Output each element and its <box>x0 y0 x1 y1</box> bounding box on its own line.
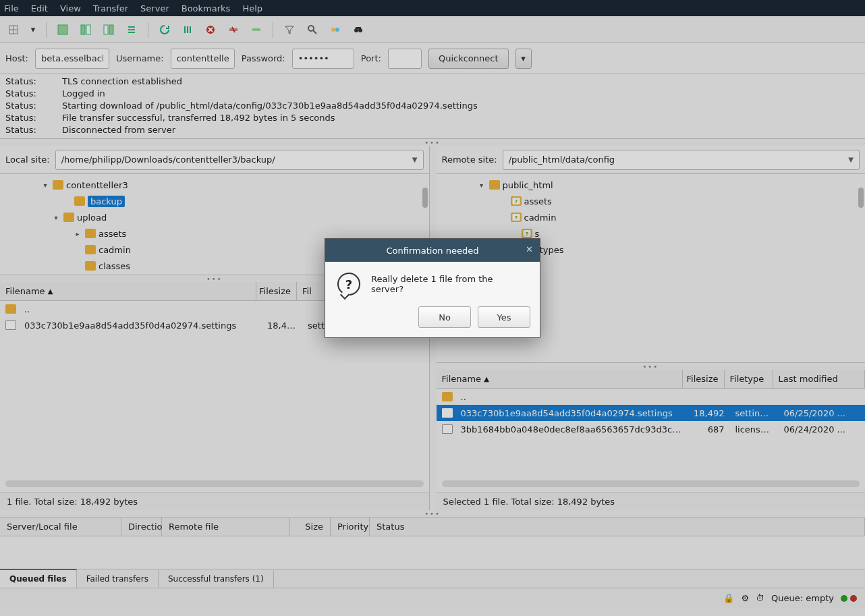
tree-item[interactable]: ▾contentteller3 <box>0 177 429 193</box>
col-direction[interactable]: Directio <box>121 517 162 536</box>
lock-icon[interactable]: 🔒 <box>723 593 734 603</box>
quickconnect-button[interactable]: Quickconnect <box>428 49 509 69</box>
menu-transfer[interactable]: Transfer <box>93 3 128 13</box>
menu-file[interactable]: File <box>4 3 19 13</box>
svg-rect-6 <box>104 25 108 34</box>
scrollbar-thumb[interactable] <box>422 188 428 208</box>
refresh-icon[interactable] <box>155 20 174 39</box>
folder-icon <box>85 229 96 238</box>
col-remote[interactable]: Remote file <box>162 517 290 536</box>
port-label: Port: <box>361 53 381 63</box>
folder-icon <box>85 245 96 254</box>
local-status: 1 file. Total size: 18,492 bytes <box>0 493 429 510</box>
question-icon: ? <box>337 273 360 296</box>
filter-icon[interactable] <box>280 20 299 39</box>
compare-icon[interactable] <box>326 20 345 39</box>
chevron-down-icon: ▼ <box>412 156 418 163</box>
scrollbar-h[interactable] <box>442 480 860 487</box>
svg-rect-4 <box>81 25 85 34</box>
expand-icon[interactable]: ▾ <box>40 181 50 189</box>
toggle-log-icon[interactable] <box>53 20 72 39</box>
cancel-icon[interactable] <box>201 20 220 39</box>
col-filesize[interactable]: Filesize <box>683 370 725 388</box>
tab-failed[interactable]: Failed transfers <box>77 570 159 588</box>
local-path-combo[interactable]: /home/philipp/Downloads/contentteller3/b… <box>55 150 424 170</box>
host-input[interactable] <box>35 49 109 69</box>
menubar: File Edit View Transfer Server Bookmarks… <box>0 0 865 16</box>
parent-dir-row[interactable]: .. <box>437 389 866 405</box>
col-status[interactable]: Status <box>370 517 865 536</box>
splitter-transfers[interactable] <box>0 510 865 517</box>
toggle-queue-icon[interactable] <box>122 20 141 39</box>
tree-item[interactable]: ▾upload <box>0 209 429 225</box>
col-filename[interactable]: Filename▲ <box>0 282 256 300</box>
file-row-selected[interactable]: 033c730b1e9aa8d54add35f0d4a02974.setting… <box>437 405 866 421</box>
svg-rect-5 <box>86 25 90 34</box>
tree-item[interactable]: ▾public_html <box>437 177 866 193</box>
password-input[interactable] <box>292 49 354 69</box>
col-filetype[interactable]: Filetype <box>725 370 773 388</box>
folder-icon <box>489 180 500 190</box>
yes-button[interactable]: Yes <box>478 306 530 328</box>
local-path: /home/philipp/Downloads/contentteller3/b… <box>61 155 275 165</box>
file-icon <box>442 408 453 418</box>
col-modified[interactable]: Last modified <box>773 370 866 388</box>
col-server-local[interactable]: Server/Local file <box>0 517 121 536</box>
file-row[interactable]: 3bb1684bb0a048e0dec8ef8aa6563657dc93d3cc… <box>437 421 866 437</box>
expand-icon[interactable]: ▾ <box>51 214 61 221</box>
scrollbar-h[interactable] <box>5 480 424 487</box>
menu-help[interactable]: Help <box>242 3 262 13</box>
splitter-log[interactable] <box>0 139 865 146</box>
process-queue-icon[interactable] <box>178 20 197 39</box>
close-icon[interactable]: ✕ <box>526 244 533 254</box>
menu-bookmarks[interactable]: Bookmarks <box>182 3 231 13</box>
gear-icon[interactable]: ⚙ <box>741 593 749 603</box>
message-log[interactable]: Status:TLS connection established Status… <box>0 74 865 139</box>
col-size[interactable]: Size <box>290 517 331 536</box>
tab-queued[interactable]: Queued files <box>0 569 77 588</box>
username-input[interactable] <box>171 49 235 69</box>
remote-path-combo[interactable]: /public_html/data/config ▼ <box>503 150 860 170</box>
confirmation-dialog: Confirmation needed ✕ ? Really delete 1 … <box>325 238 540 338</box>
no-button[interactable]: No <box>418 306 471 328</box>
search-icon[interactable] <box>303 20 322 39</box>
tree-label: s <box>535 229 540 239</box>
toggle-tree-icon[interactable] <box>76 20 95 39</box>
menu-edit[interactable]: Edit <box>31 3 48 13</box>
tab-success[interactable]: Successful transfers (1) <box>159 570 274 588</box>
dialog-titlebar[interactable]: Confirmation needed ✕ <box>325 239 540 262</box>
folder-icon <box>511 213 522 222</box>
svg-rect-10 <box>252 28 260 31</box>
tree-item[interactable]: assets <box>437 193 866 209</box>
port-input[interactable] <box>388 49 422 69</box>
col-priority[interactable]: Priority <box>331 517 370 536</box>
local-site-label: Local site: <box>5 155 50 165</box>
menu-server[interactable]: Server <box>140 3 169 13</box>
disconnect-icon[interactable] <box>224 20 243 39</box>
splitter-remote-tree[interactable] <box>437 363 866 370</box>
tree-label: upload <box>77 213 107 223</box>
expand-icon[interactable]: ▸ <box>73 230 82 237</box>
log-msg: TLS connection established <box>62 76 182 88</box>
scrollbar-thumb[interactable] <box>858 188 864 208</box>
binoculars-icon[interactable] <box>349 20 368 39</box>
quickconnect-dropdown[interactable]: ▾ <box>515 49 532 69</box>
activity-indicator <box>841 595 857 602</box>
col-filename[interactable]: Filename▲ <box>437 370 683 388</box>
site-manager-dropdown-icon[interactable]: ▾ <box>27 20 39 39</box>
tree-item[interactable]: cadmin <box>437 209 866 225</box>
remote-file-list[interactable]: .. 033c730b1e9aa8d54add35f0d4a02974.sett… <box>437 389 866 493</box>
menu-view[interactable]: View <box>60 3 81 13</box>
host-label: Host: <box>5 53 28 63</box>
svg-rect-3 <box>58 25 67 34</box>
transfer-list[interactable] <box>0 536 865 569</box>
reconnect-icon[interactable] <box>247 20 266 39</box>
speed-icon[interactable]: ⏱ <box>756 593 764 603</box>
svg-point-11 <box>308 26 314 31</box>
site-manager-icon[interactable] <box>4 20 23 39</box>
expand-icon[interactable]: ▾ <box>477 181 486 189</box>
folder-icon <box>511 196 522 206</box>
toggle-remote-tree-icon[interactable] <box>99 20 118 39</box>
tree-item[interactable]: backup <box>0 193 429 209</box>
col-filesize[interactable]: Filesize <box>256 282 297 300</box>
